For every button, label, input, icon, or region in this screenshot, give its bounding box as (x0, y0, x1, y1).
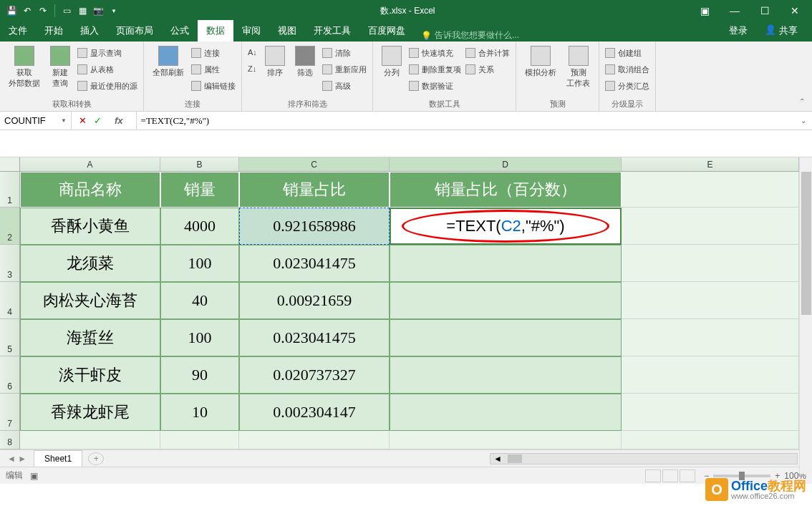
cell-c2[interactable]: 0.921658986 (239, 208, 390, 245)
sort-button[interactable]: 排序 (262, 44, 288, 79)
cell-b1[interactable]: 销量 (160, 172, 239, 208)
collapse-ribbon-icon[interactable]: ⌃ (799, 97, 805, 105)
group-button[interactable]: 创建组 (605, 46, 649, 60)
cell-d7[interactable] (390, 394, 622, 431)
tab-formulas[interactable]: 公式 (162, 20, 198, 42)
col-header-d[interactable]: D (390, 157, 622, 171)
sort-az-button[interactable]: A↓ (248, 46, 258, 60)
cell-a5[interactable]: 海蜇丝 (20, 319, 160, 356)
ribbon-display-icon[interactable]: ▣ (690, 1, 719, 21)
cell-c7[interactable]: 0.002304147 (239, 394, 390, 431)
row-header-5[interactable]: 5 (0, 319, 20, 356)
cell-d8[interactable] (390, 431, 622, 449)
ungroup-button[interactable]: 取消组合 (605, 62, 649, 77)
recent-sources-button[interactable]: 最近使用的源 (77, 79, 137, 93)
tab-insert[interactable]: 插入 (72, 20, 107, 42)
get-external-data-button[interactable]: 获取 外部数据 (6, 44, 43, 90)
tell-me[interactable]: 💡 告诉我您想要做什么... (421, 29, 519, 42)
add-sheet-button[interactable]: + (88, 452, 104, 465)
qat-customize-icon[interactable]: ▼ (108, 5, 120, 16)
tab-layout[interactable]: 页面布局 (107, 20, 162, 42)
cell-c8[interactable] (239, 431, 390, 449)
cell-a3[interactable]: 龙须菜 (20, 245, 160, 282)
row-header-3[interactable]: 3 (0, 245, 20, 282)
cell-b3[interactable]: 100 (160, 245, 239, 282)
properties-button[interactable]: 属性 (191, 62, 236, 77)
macro-record-icon[interactable]: ▣ (30, 471, 38, 481)
what-if-button[interactable]: 模拟分析 (522, 44, 559, 79)
cell-e1[interactable] (622, 172, 799, 208)
login-link[interactable]: 登录 (720, 20, 756, 42)
cell-c6[interactable]: 0.020737327 (239, 356, 390, 394)
sort-za-button[interactable]: Z↓ (248, 62, 258, 77)
reapply-button[interactable]: 重新应用 (322, 62, 367, 77)
cell-a6[interactable]: 淡干虾皮 (20, 356, 160, 394)
maximize-icon[interactable]: ☐ (750, 1, 779, 21)
cell-e8[interactable] (622, 431, 799, 449)
cell-c3[interactable]: 0.023041475 (239, 245, 390, 282)
remove-duplicates-button[interactable]: 删除重复项 (409, 62, 461, 77)
select-all-corner[interactable] (0, 157, 20, 171)
cell-a1[interactable]: 商品名称 (20, 172, 160, 208)
edit-links-button[interactable]: 编辑链接 (191, 79, 236, 93)
cell-e7[interactable] (622, 394, 799, 431)
clear-filter-button[interactable]: 清除 (322, 46, 367, 60)
undo-icon[interactable]: ↶ (21, 5, 33, 16)
text-to-columns-button[interactable]: 分列 (379, 44, 405, 79)
cell-a2[interactable]: 香酥小黄鱼 (20, 208, 160, 245)
cancel-icon[interactable]: ✕ (79, 115, 87, 126)
cell-b4[interactable]: 40 (160, 282, 239, 319)
flash-fill-button[interactable]: 快速填充 (409, 46, 461, 60)
page-layout-view-button[interactable] (662, 469, 678, 482)
col-header-b[interactable]: B (160, 157, 239, 171)
cell-d3[interactable] (390, 245, 622, 282)
cell-d2-editing[interactable]: =TEXT(C2,"#%") (390, 208, 622, 245)
data-validation-button[interactable]: 数据验证 (409, 79, 461, 93)
show-queries-button[interactable]: 显示查询 (77, 46, 137, 60)
cell-d5[interactable] (390, 319, 622, 356)
row-header-8[interactable]: 8 (0, 431, 20, 449)
row-header-4[interactable]: 4 (0, 282, 20, 319)
horizontal-scrollbar[interactable]: ◄ (104, 453, 812, 464)
fx-icon[interactable]: fx (109, 115, 129, 126)
cell-e6[interactable] (622, 356, 799, 394)
cell-b5[interactable]: 100 (160, 319, 239, 356)
tab-file[interactable]: 文件 (0, 20, 36, 42)
row-header-1[interactable]: 1 (0, 172, 20, 208)
cell-b6[interactable]: 90 (160, 356, 239, 394)
col-header-e[interactable]: E (622, 157, 799, 171)
redo-icon[interactable]: ↷ (37, 5, 49, 16)
cell-a8[interactable] (20, 431, 160, 449)
sheet-tab-sheet1[interactable]: Sheet1 (34, 450, 82, 467)
cell-c5[interactable]: 0.023041475 (239, 319, 390, 356)
normal-view-button[interactable] (645, 469, 661, 482)
filter-button[interactable]: 筛选 (292, 44, 318, 79)
tab-data[interactable]: 数据 (198, 20, 233, 42)
chevron-down-icon[interactable]: ▼ (61, 117, 67, 124)
cell-e3[interactable] (622, 245, 799, 282)
close-icon[interactable]: ✕ (780, 1, 809, 21)
enter-icon[interactable]: ✓ (94, 115, 102, 126)
touch-mode-icon[interactable]: ▭ (61, 5, 72, 16)
page-break-view-button[interactable] (680, 469, 695, 482)
subtotal-button[interactable]: 分类汇总 (605, 79, 649, 93)
consolidate-button[interactable]: 合并计算 (465, 46, 510, 60)
row-header-6[interactable]: 6 (0, 356, 20, 394)
tab-developer[interactable]: 开发工具 (305, 20, 359, 42)
name-box[interactable]: COUNTIF ▼ (0, 112, 72, 130)
minimize-icon[interactable]: — (720, 1, 749, 21)
new-icon[interactable]: ▦ (77, 5, 88, 16)
from-table-button[interactable]: 从表格 (77, 62, 137, 77)
share-button[interactable]: 👤共享 (756, 20, 806, 42)
row-header-7[interactable]: 7 (0, 394, 20, 431)
tab-baidu[interactable]: 百度网盘 (359, 20, 414, 42)
tab-home[interactable]: 开始 (36, 20, 72, 42)
vertical-scrollbar[interactable] (799, 157, 812, 474)
expand-formula-icon[interactable]: ⌄ (795, 117, 812, 125)
tab-review[interactable]: 审阅 (233, 20, 269, 42)
formula-input[interactable]: =TEXT(C2,"#%") (137, 115, 795, 127)
save-icon[interactable]: 💾 (6, 5, 17, 16)
cell-d4[interactable] (390, 282, 622, 319)
col-header-a[interactable]: A (20, 157, 160, 171)
cell-c1[interactable]: 销量占比 (239, 172, 390, 208)
